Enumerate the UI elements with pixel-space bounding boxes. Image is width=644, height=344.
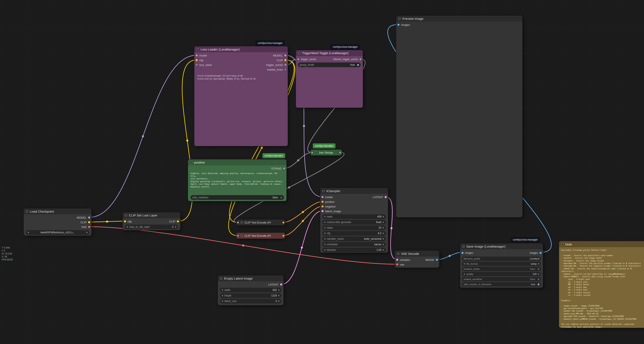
input-slot-trigger-words[interactable]: trigger_words bbox=[296, 57, 316, 62]
collapse-dot-icon[interactable] bbox=[462, 245, 464, 248]
slot-dot[interactable] bbox=[462, 252, 464, 254]
output-slot-trigger-words[interactable]: trigger_words bbox=[266, 62, 288, 67]
slot-dot[interactable] bbox=[196, 59, 198, 61]
output-slot-latent[interactable]: LATENT bbox=[373, 195, 388, 200]
increment-arrow-icon[interactable] bbox=[538, 263, 540, 265]
node-titlebar[interactable]: Load Checkpoint bbox=[24, 208, 92, 214]
slot-dot[interactable] bbox=[88, 226, 90, 228]
decrement-arrow-icon[interactable] bbox=[126, 226, 128, 228]
node-load-checkpoint[interactable]: Load Checkpoint MODEL CLIP VAE ilwaiNSFW… bbox=[24, 208, 92, 236]
decrement-arrow-icon[interactable] bbox=[222, 289, 223, 291]
lossless-webp-toggle[interactable]: lossless_webp false bbox=[462, 267, 541, 271]
output-slot-model[interactable]: MODEL bbox=[77, 215, 92, 220]
height-widget[interactable]: height 1216 bbox=[220, 293, 281, 298]
increment-arrow-icon[interactable] bbox=[278, 289, 280, 291]
node-titlebar[interactable]: CLIP Text Encode (Pr bbox=[236, 233, 285, 239]
node-lora-loader[interactable]: Lora Loader (LoraManager) model MODEL cl… bbox=[194, 46, 288, 146]
slot-dot[interactable] bbox=[284, 68, 286, 70]
output-slot-clip[interactable]: CLIP bbox=[169, 219, 180, 224]
decrement-arrow-icon[interactable] bbox=[324, 221, 325, 223]
collapse-dot-icon[interactable] bbox=[196, 48, 199, 50]
increment-arrow-icon[interactable] bbox=[86, 232, 88, 233]
node-titlebar[interactable]: Empty Latent Image bbox=[218, 275, 284, 281]
slot-dot[interactable] bbox=[540, 252, 542, 254]
slot-dot[interactable] bbox=[284, 59, 286, 61]
node-titlebar[interactable]: CLIP Set Last Layer bbox=[123, 212, 180, 218]
denoise-widget[interactable]: denoise 1.00 bbox=[322, 248, 386, 252]
slot-dot[interactable] bbox=[360, 58, 362, 60]
node-ksampler[interactable]: KSampler model LATENT positive negative bbox=[320, 188, 388, 253]
output-slot-images[interactable]: images bbox=[530, 250, 543, 256]
decrement-arrow-icon[interactable] bbox=[324, 238, 325, 240]
node-positive-prompt[interactable]: positive STRING highres, very detailed, … bbox=[188, 159, 287, 201]
collapsed-input-dot[interactable] bbox=[311, 152, 313, 154]
increment-arrow-icon[interactable] bbox=[383, 238, 384, 240]
input-slot-images[interactable]: images bbox=[460, 250, 473, 256]
output-slot-vae[interactable]: VAE bbox=[81, 224, 92, 229]
stop-at-clip-layer-widget[interactable]: stop_at_clip_layer -2 bbox=[125, 224, 178, 229]
collapse-dot-icon[interactable] bbox=[240, 234, 243, 237]
output-slot-loaded-loras[interactable]: loaded_loras bbox=[267, 67, 288, 72]
collapse-dot-icon[interactable] bbox=[322, 190, 325, 192]
slot-dot[interactable] bbox=[196, 64, 198, 66]
width-widget[interactable]: width 832 bbox=[220, 288, 281, 292]
decrement-arrow-icon[interactable] bbox=[324, 227, 325, 228]
increment-arrow-icon[interactable] bbox=[383, 227, 384, 228]
ckpt-name-widget[interactable]: ilwaiNSFWIllustrious_v110.s... bbox=[26, 230, 90, 235]
file-format-widget[interactable]: file_format webp bbox=[462, 262, 541, 266]
node-titlebar[interactable]: VAE Decode bbox=[395, 250, 439, 256]
output-slot-latent[interactable]: LATENT bbox=[268, 282, 284, 287]
collapsed-output-dot[interactable] bbox=[282, 222, 284, 224]
slot-dot[interactable] bbox=[384, 196, 387, 198]
node-titlebar[interactable]: Lora Loader (LoraManager) bbox=[194, 46, 288, 52]
input-slot-model[interactable]: model bbox=[320, 195, 332, 200]
node-note[interactable]: Note Available filename_prefix Pattern C… bbox=[559, 241, 644, 328]
prompt-textarea[interactable]: highres, very detailed, amazing quality,… bbox=[190, 172, 284, 188]
input-slot-lora-stack[interactable]: lora_stack bbox=[194, 62, 212, 67]
node-titlebar[interactable]: TriggerWord Toggle (LoraManager) bbox=[296, 50, 363, 56]
decrement-arrow-icon[interactable] bbox=[28, 232, 29, 233]
cfg-widget[interactable]: cfg 8.0 bbox=[322, 231, 386, 236]
collapse-dot-icon[interactable] bbox=[220, 277, 222, 280]
input-slot-samples[interactable]: samples bbox=[395, 258, 410, 262]
lora-syntax-text[interactable]: <lora:CreateConcept_Illustrious:0.8> <lo… bbox=[197, 74, 285, 80]
input-slot-clip[interactable]: clip bbox=[123, 219, 132, 224]
batch-size-widget[interactable]: batch_size 3 bbox=[220, 299, 281, 304]
slot-dot[interactable] bbox=[196, 54, 198, 56]
toggle-knob-icon[interactable] bbox=[538, 284, 540, 285]
slot-dot[interactable] bbox=[396, 259, 398, 261]
sampler-name-widget[interactable]: sampler_name euler_ancestral bbox=[322, 236, 386, 241]
node-empty-latent-image[interactable]: Empty Latent Image LATENT width 832 heig… bbox=[218, 275, 284, 306]
decrement-arrow-icon[interactable] bbox=[324, 244, 325, 245]
slot-dot[interactable] bbox=[436, 259, 438, 261]
quality-widget[interactable]: quality 100 bbox=[462, 272, 541, 276]
node-titlebar[interactable]: Join Strings bbox=[310, 150, 342, 156]
output-slot-image[interactable]: IMAGE bbox=[425, 258, 439, 262]
slot-dot[interactable] bbox=[88, 216, 90, 218]
node-join-strings[interactable]: Join Strings bbox=[310, 149, 342, 156]
output-slot-string[interactable]: STRING bbox=[271, 166, 286, 171]
increment-arrow-icon[interactable] bbox=[383, 216, 384, 218]
filename-prefix-widget[interactable]: filename_prefix ComfyUI bbox=[462, 256, 541, 261]
decrement-arrow-icon[interactable] bbox=[464, 263, 465, 265]
node-clip-text-encode-positive[interactable]: CLIP Text Encode (Pr bbox=[236, 219, 286, 226]
input-slot-clip[interactable]: clip bbox=[194, 58, 204, 62]
collapsed-output-dot[interactable] bbox=[339, 152, 341, 154]
toggle-knob-icon[interactable] bbox=[538, 278, 540, 280]
increment-arrow-icon[interactable] bbox=[538, 273, 540, 275]
slot-dot[interactable] bbox=[322, 210, 324, 212]
collapsed-output-dot[interactable] bbox=[282, 235, 284, 237]
decrement-arrow-icon[interactable] bbox=[324, 216, 325, 218]
collapse-dot-icon[interactable] bbox=[398, 18, 400, 20]
slot-dot[interactable] bbox=[124, 220, 126, 222]
input-slot-negative[interactable]: negative bbox=[320, 204, 336, 209]
increment-arrow-icon[interactable] bbox=[278, 295, 280, 296]
slot-dot[interactable] bbox=[283, 168, 285, 170]
increment-arrow-icon[interactable] bbox=[383, 221, 384, 223]
increment-arrow-icon[interactable] bbox=[383, 249, 384, 251]
node-titlebar[interactable]: Preview Image bbox=[396, 16, 522, 22]
slot-dot[interactable] bbox=[322, 201, 324, 203]
input-slot-model[interactable]: model bbox=[194, 53, 207, 58]
increment-arrow-icon[interactable] bbox=[383, 244, 384, 245]
decrement-arrow-icon[interactable] bbox=[324, 232, 325, 234]
